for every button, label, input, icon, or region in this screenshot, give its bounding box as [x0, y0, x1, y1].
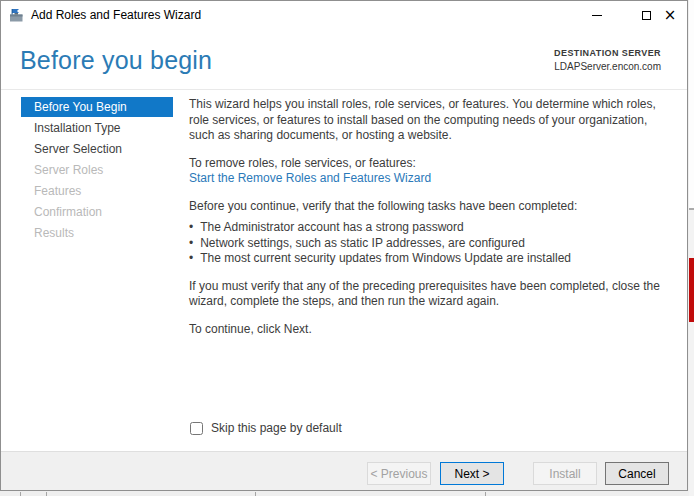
cancel-button[interactable]: Cancel — [605, 462, 669, 485]
destination-server-block: DESTINATION SERVER LDAPServer.encon.com — [554, 48, 661, 72]
background-app-grid-line — [485, 492, 486, 496]
background-app-divider — [689, 208, 694, 210]
prerequisite-note: If you must verify that any of the prece… — [189, 279, 663, 310]
minimize-icon — [592, 15, 602, 16]
verify-heading: Before you continue, verify that the fol… — [189, 199, 663, 215]
bullet-text: The most current security updates from W… — [200, 251, 571, 267]
bullet-icon: • — [189, 251, 193, 267]
intro-paragraph: This wizard helps you install roles, rol… — [189, 97, 663, 144]
nav-item-features: Features — [21, 181, 173, 201]
previous-button: < Previous — [367, 462, 431, 485]
wizard-window: Add Roles and Features Wizard × Before y… — [0, 0, 688, 491]
nav-item-confirmation: Confirmation — [21, 202, 173, 222]
maximize-icon — [642, 11, 651, 20]
background-app-red-block — [689, 258, 694, 322]
wizard-nav: Before You Begin Installation Type Serve… — [21, 97, 173, 244]
install-button: Install — [533, 462, 597, 485]
skip-page-row: Skip this page by default — [190, 421, 342, 435]
background-app-white-area — [689, 0, 694, 208]
background-app-grid-line — [255, 492, 256, 496]
page-content: This wizard helps you install roles, rol… — [189, 97, 663, 337]
list-item: • The Administrator account has a strong… — [189, 220, 663, 236]
list-item: • Network settings, such as static IP ad… — [189, 236, 663, 252]
continue-note: To continue, click Next. — [189, 322, 663, 338]
remove-wizard-link[interactable]: Start the Remove Roles and Features Wiza… — [189, 171, 431, 185]
page-title: Before you begin — [20, 46, 212, 75]
bullet-icon: • — [189, 236, 193, 252]
next-button[interactable]: Next > — [440, 462, 504, 485]
background-app-bottom-sliver — [0, 492, 689, 496]
nav-item-server-selection[interactable]: Server Selection — [21, 139, 173, 159]
header-divider — [1, 89, 687, 90]
remove-heading: To remove roles, role services, or featu… — [189, 156, 663, 172]
minimize-button[interactable] — [581, 1, 613, 29]
bullet-icon: • — [189, 220, 193, 236]
close-button[interactable]: × — [654, 1, 686, 29]
wizard-app-icon — [9, 8, 24, 23]
skip-page-checkbox[interactable] — [190, 422, 203, 435]
close-icon: × — [664, 8, 677, 23]
bullet-text: The Administrator account has a strong p… — [200, 220, 463, 236]
remove-paragraph: To remove roles, role services, or featu… — [189, 156, 663, 187]
prerequisite-list: • The Administrator account has a strong… — [189, 220, 663, 267]
nav-item-installation-type[interactable]: Installation Type — [21, 118, 173, 138]
skip-page-label[interactable]: Skip this page by default — [211, 421, 342, 435]
background-app-grid-line — [20, 492, 21, 496]
nav-item-server-roles: Server Roles — [21, 160, 173, 180]
background-app-grid-line — [46, 492, 47, 496]
destination-server-label: DESTINATION SERVER — [554, 48, 661, 58]
background-app-right-sliver — [689, 0, 694, 496]
destination-server-name: LDAPServer.encon.com — [554, 61, 661, 72]
window-title: Add Roles and Features Wizard — [31, 8, 201, 22]
nav-item-results: Results — [21, 223, 173, 243]
bullet-text: Network settings, such as static IP addr… — [200, 236, 525, 252]
nav-item-before-you-begin[interactable]: Before You Begin — [21, 97, 173, 117]
list-item: • The most current security updates from… — [189, 251, 663, 267]
